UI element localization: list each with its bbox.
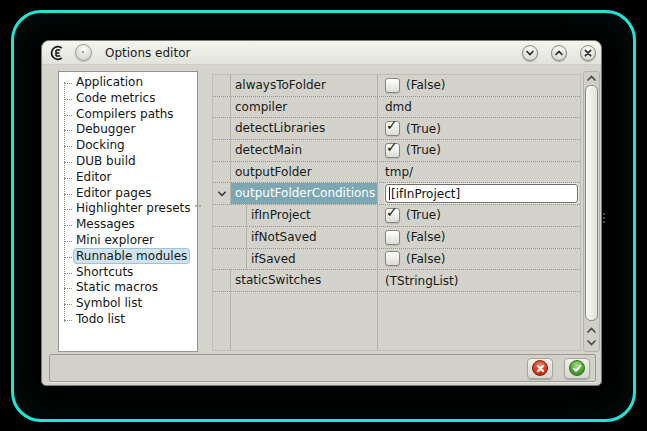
property-value[interactable]: dmd: [378, 97, 580, 118]
chevron-down-icon: [525, 48, 535, 58]
sidebar-item-runnable-modules[interactable]: Runnable modules: [59, 249, 197, 265]
property-value[interactable]: (False): [378, 227, 580, 248]
ok-button[interactable]: [564, 358, 590, 379]
check-mark-icon: ✓: [386, 118, 398, 132]
category-tree[interactable]: ApplicationCode metricsCompilers pathsDe…: [58, 71, 198, 352]
caption-buttons: [522, 45, 596, 61]
options-editor-dialog: Options editor ApplicationCode metricsCo…: [41, 40, 602, 386]
sidebar-item-application[interactable]: Application: [59, 75, 197, 91]
property-value[interactable]: (TStringList): [378, 270, 580, 291]
sidebar-item-label: Shortcuts: [73, 264, 136, 280]
value-text: (True): [406, 143, 441, 157]
sidebar-item-symbol-list[interactable]: Symbol list: [59, 296, 197, 312]
scroll-up-button-secondary[interactable]: [584, 324, 599, 336]
property-value[interactable]: ✓(True): [378, 118, 580, 139]
expand-chevron-icon[interactable]: [217, 190, 227, 198]
sidebar-item-static-macros[interactable]: Static macros: [59, 280, 197, 296]
sidebar-item-label: Messages: [73, 216, 138, 232]
sidebar-item-mini-explorer[interactable]: Mini explorer: [59, 233, 197, 249]
property-value[interactable]: [ifInProject]: [378, 183, 580, 204]
property-name[interactable]: alwaysToFolder: [231, 75, 378, 96]
property-row-detectmain[interactable]: detectMain✓(True): [213, 140, 580, 162]
checkbox-unchecked-icon[interactable]: [385, 251, 400, 266]
sidebar-item-editor-pages[interactable]: Editor pages: [59, 186, 197, 202]
property-row-outputfolder[interactable]: outputFoldertmp/: [213, 162, 580, 184]
value-edit-field[interactable]: [ifInProject]: [385, 184, 578, 203]
check-mark-icon: ✓: [386, 140, 398, 154]
dialog-cancel-icon: [532, 360, 548, 376]
sidebar-item-todo-list[interactable]: Todo list: [59, 312, 197, 328]
grid-column-line: [377, 292, 378, 350]
property-value[interactable]: (False): [378, 75, 580, 96]
property-row-ifnotsaved[interactable]: ifNotSaved(False): [213, 227, 580, 249]
property-name[interactable]: detectMain: [231, 140, 378, 161]
sidebar-item-messages[interactable]: Messages: [59, 217, 197, 233]
sidebar-item-label: Debugger: [73, 121, 138, 137]
minimize-button[interactable]: [522, 45, 538, 61]
property-name[interactable]: outputFolderConditions: [231, 183, 378, 204]
scroll-down-button[interactable]: [584, 336, 599, 348]
property-row-ifsaved[interactable]: ifSaved(False): [213, 249, 580, 271]
maximize-button[interactable]: [551, 45, 567, 61]
chevron-up-icon: [586, 74, 597, 83]
sidebar-item-docking[interactable]: Docking: [59, 138, 197, 154]
sidebar-item-label: Static macros: [73, 279, 161, 295]
close-button[interactable]: [580, 45, 596, 61]
property-value[interactable]: ✓(True): [378, 140, 580, 161]
row-expand-toggle[interactable]: [213, 183, 231, 204]
checkbox-checked-icon[interactable]: ✓: [385, 208, 400, 223]
sidebar-item-label: Editor: [73, 169, 115, 185]
cancel-button[interactable]: [527, 358, 553, 379]
scrollbar-thumb[interactable]: [585, 85, 598, 321]
splitter-handle[interactable]: [195, 205, 203, 209]
row-gutter: [213, 118, 231, 139]
sidebar-item-label: Code metrics: [73, 90, 158, 106]
property-row-compiler[interactable]: compilerdmd: [213, 97, 580, 119]
checkbox-checked-icon[interactable]: ✓: [385, 143, 400, 158]
window-menu-button[interactable]: [75, 44, 92, 61]
row-gutter: [213, 75, 231, 96]
property-name[interactable]: compiler: [231, 97, 378, 118]
sidebar-item-compilers-paths[interactable]: Compilers paths: [59, 107, 197, 123]
row-gutter: [213, 162, 231, 183]
chevron-down-icon: [586, 338, 597, 347]
value-text: tmp/: [385, 165, 413, 179]
sidebar-item-code-metrics[interactable]: Code metrics: [59, 91, 197, 107]
window-title: Options editor: [105, 46, 190, 60]
property-name[interactable]: ifInProject: [247, 205, 378, 226]
window-edge-resize-grip[interactable]: [603, 211, 606, 225]
property-name[interactable]: ifSaved: [247, 249, 378, 270]
property-name[interactable]: ifNotSaved: [247, 227, 378, 248]
scroll-up-button[interactable]: [584, 72, 599, 84]
property-value[interactable]: tmp/: [378, 162, 580, 183]
vertical-scrollbar[interactable]: [583, 71, 600, 352]
property-value[interactable]: ✓(True): [378, 205, 580, 226]
edit-field-text: [ifInProject]: [391, 187, 460, 201]
value-text: (True): [406, 122, 441, 136]
checkbox-unchecked-icon[interactable]: [385, 78, 400, 93]
row-gutter: [213, 270, 231, 291]
value-text: dmd: [385, 100, 412, 114]
sidebar-item-label: Docking: [73, 137, 128, 153]
property-row-ifinproject[interactable]: ifInProject✓(True): [213, 205, 580, 227]
checkbox-checked-icon[interactable]: ✓: [385, 121, 400, 136]
property-value[interactable]: (False): [378, 249, 580, 270]
sidebar-item-shortcuts[interactable]: Shortcuts: [59, 265, 197, 281]
checkbox-unchecked-icon[interactable]: [385, 230, 400, 245]
property-name[interactable]: detectLibraries: [231, 118, 378, 139]
sidebar-item-label: Highlighter presets: [73, 200, 194, 216]
sidebar-item-highlighter-presets[interactable]: Highlighter presets: [59, 201, 197, 217]
value-text: (False): [406, 230, 446, 244]
sidebar-item-dub-build[interactable]: DUB build: [59, 154, 197, 170]
sidebar-item-editor[interactable]: Editor: [59, 170, 197, 186]
property-name[interactable]: staticSwitches: [231, 270, 378, 291]
sidebar-item-debugger[interactable]: Debugger: [59, 122, 197, 138]
property-name[interactable]: outputFolder: [231, 162, 378, 183]
property-row-staticswitches[interactable]: staticSwitches(TStringList): [213, 270, 580, 292]
property-row-detectlibraries[interactable]: detectLibraries✓(True): [213, 118, 580, 140]
property-row-alwaystofolder[interactable]: alwaysToFolder(False): [213, 75, 580, 97]
property-row-outputfolderconditions[interactable]: outputFolderConditions[ifInProject]: [213, 183, 580, 205]
property-grid[interactable]: alwaysToFolder(False)compilerdmddetectLi…: [212, 74, 581, 351]
title-bar[interactable]: Options editor: [42, 41, 601, 65]
sidebar-item-label: Editor pages: [73, 185, 155, 201]
